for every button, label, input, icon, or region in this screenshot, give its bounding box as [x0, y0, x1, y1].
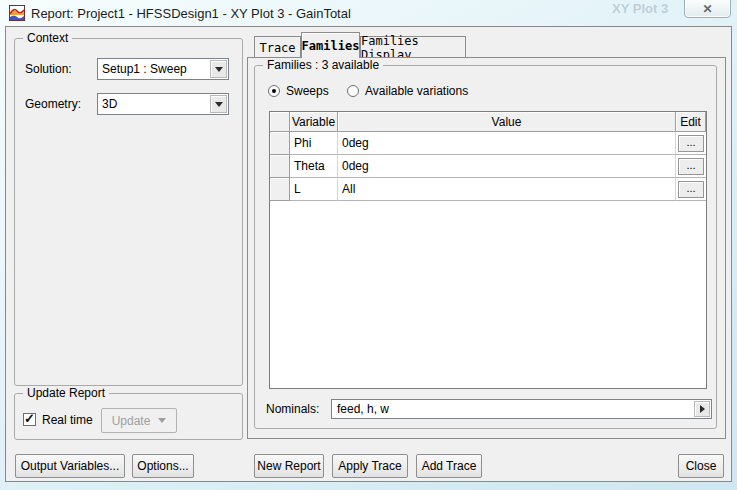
geometry-value: 3D	[102, 97, 117, 111]
row-selector[interactable]	[270, 132, 290, 155]
add-trace-button-label: Add Trace	[422, 459, 477, 473]
row-selector-header	[270, 112, 290, 132]
chevron-down-icon	[215, 67, 223, 72]
output-variables-button-label: Output Variables...	[21, 459, 120, 473]
available-variations-radio-label: Available variations	[365, 84, 468, 98]
table-empty-area	[270, 201, 706, 388]
tab-families-display[interactable]: Families Display	[360, 36, 466, 58]
edit-column-header[interactable]: Edit	[676, 112, 706, 132]
report-app-icon	[9, 5, 25, 21]
close-icon: ✕	[702, 1, 712, 17]
value-column-header[interactable]: Value	[338, 112, 676, 132]
solution-value: Setup1 : Sweep	[102, 62, 187, 76]
tab-trace[interactable]: Trace	[254, 36, 301, 58]
close-button-label: Close	[686, 459, 717, 473]
edit-ellipsis-button[interactable]: ...	[678, 135, 704, 152]
tab-families[interactable]: Families	[301, 32, 360, 58]
table-row: Phi 0deg ...	[270, 132, 706, 155]
context-group: Context	[14, 38, 243, 386]
background-window-title: XY Plot 3	[612, 1, 668, 16]
update-report-group-label: Update Report	[23, 386, 109, 400]
sweeps-radio[interactable]	[268, 85, 280, 97]
output-variables-button[interactable]: Output Variables...	[15, 454, 125, 478]
apply-trace-button[interactable]: Apply Trace	[332, 454, 408, 478]
variable-cell[interactable]: Phi	[290, 132, 338, 155]
close-window-button[interactable]: ✕	[684, 0, 731, 18]
titlebar[interactable]: XY Plot 3 Report: Project1 - HFSSDesign1…	[0, 0, 737, 26]
families-group-label: Families : 3 available	[263, 58, 383, 72]
edit-ellipsis-button[interactable]: ...	[678, 158, 704, 175]
add-trace-button[interactable]: Add Trace	[416, 454, 482, 478]
solution-dropdown[interactable]: Setup1 : Sweep	[97, 58, 229, 80]
options-button-label: Options...	[137, 459, 188, 473]
value-cell[interactable]: 0deg	[338, 132, 676, 155]
row-selector[interactable]	[270, 178, 290, 201]
arrow-right-icon	[700, 405, 705, 413]
report-dialog-window: XY Plot 3 Report: Project1 - HFSSDesign1…	[0, 0, 737, 490]
check-icon: ✓	[24, 411, 35, 426]
new-report-button-label: New Report	[257, 459, 320, 473]
variable-cell[interactable]: Theta	[290, 155, 338, 178]
apply-trace-button-label: Apply Trace	[338, 459, 401, 473]
available-variations-radio[interactable]	[347, 85, 359, 97]
real-time-checkbox-label: Real time	[42, 413, 93, 427]
edit-cell: ...	[676, 132, 706, 155]
edit-cell: ...	[676, 178, 706, 201]
row-selector[interactable]	[270, 155, 290, 178]
nominals-label: Nominals:	[266, 402, 319, 416]
geometry-dropdown-button[interactable]	[210, 95, 227, 113]
edit-cell: ...	[676, 155, 706, 178]
chevron-down-icon	[215, 102, 223, 107]
options-button[interactable]: Options...	[132, 454, 194, 478]
update-button: Update	[101, 408, 177, 433]
nominals-field[interactable]: feed, h, w	[331, 399, 712, 419]
table-row: Theta 0deg ...	[270, 155, 706, 178]
nominals-expand-button[interactable]	[694, 401, 710, 417]
edit-ellipsis-button[interactable]: ...	[678, 181, 704, 198]
update-button-label: Update	[112, 414, 151, 428]
variable-column-header[interactable]: Variable	[290, 112, 338, 132]
variable-cell[interactable]: L	[290, 178, 338, 201]
families-variable-table: Variable Value Edit Phi 0deg ... Theta 0…	[269, 111, 707, 389]
close-button[interactable]: Close	[678, 454, 724, 478]
window-title: Report: Project1 - HFSSDesign1 - XY Plot…	[31, 6, 351, 21]
geometry-label: Geometry:	[25, 97, 81, 111]
geometry-dropdown[interactable]: 3D	[97, 93, 229, 115]
solution-label: Solution:	[25, 62, 72, 76]
real-time-checkbox[interactable]: ✓	[23, 413, 36, 426]
dialog-client-area: Context Solution: Setup1 : Sweep Geometr…	[5, 26, 732, 482]
value-cell[interactable]: 0deg	[338, 155, 676, 178]
tab-trace-label: Trace	[259, 41, 295, 55]
nominals-value: feed, h, w	[337, 402, 389, 416]
context-group-label: Context	[23, 31, 72, 45]
new-report-button[interactable]: New Report	[254, 454, 324, 478]
sweeps-radio-label: Sweeps	[286, 84, 329, 98]
tab-families-label: Families	[302, 39, 360, 53]
table-row: L All ...	[270, 178, 706, 201]
table-header-row: Variable Value Edit	[270, 112, 706, 132]
chevron-down-icon	[158, 418, 166, 423]
value-cell[interactable]: All	[338, 178, 676, 201]
solution-dropdown-button[interactable]	[210, 60, 227, 78]
